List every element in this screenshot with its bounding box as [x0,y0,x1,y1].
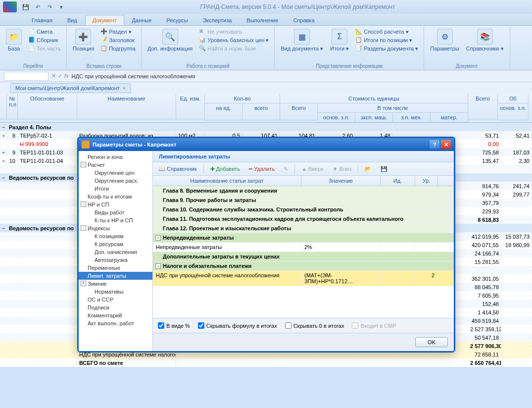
docsections-button[interactable]: 📑Разделы документа ▾ [354,45,420,52]
tree-item[interactable]: Акт выполн. работ [79,319,152,327]
fx-icon[interactable]: fx [64,73,69,79]
position-button[interactable]: ➕Позиция [71,28,97,52]
expand-icon[interactable]: - [155,235,161,241]
tab-view[interactable]: Вид [60,15,84,25]
findnorm-button[interactable]: 🔍Найти в норм. базе [197,45,270,52]
tree-item[interactable]: Регион и зона [79,153,152,161]
expand-icon[interactable] [0,354,7,355]
expand-icon[interactable] [0,236,7,237]
tab-resources[interactable]: Ресурсы [159,15,194,25]
group-row[interactable]: Глава 10. Содержание службы заказчика. С… [153,205,454,214]
tab-document[interactable]: Документ [85,15,124,25]
calcmethod-button[interactable]: 📐Способ расчета ▾ [354,28,420,36]
tree-item[interactable]: К-ты к НР и СП [79,216,152,224]
save-icon[interactable]: 💾 [21,2,31,12]
expand-icon[interactable] [0,320,7,321]
expand-icon[interactable]: − [0,124,7,131]
group-row[interactable]: Глава 12. Проектные и изыскательские раб… [153,224,454,233]
expand-icon[interactable] [0,287,7,288]
expand-icon[interactable] [0,194,7,195]
expand-icon[interactable] [0,362,7,363]
save-button[interactable]: 💾 [378,165,390,173]
expand-icon[interactable] [0,295,7,296]
tab-expertise[interactable]: Экспертиза [196,15,239,25]
tab-main[interactable]: Главная [25,15,59,25]
expand-icon[interactable] [0,219,7,220]
data-row[interactable]: НДС при упрощённой системе налогообложен… [153,271,454,286]
tree-item[interactable]: -НР и СП [79,201,152,208]
tree-item[interactable]: Подписи [79,304,152,311]
group-row[interactable]: Глава 11. Подготовка эксплуатационных ка… [153,214,454,224]
expand-icon[interactable]: + [0,157,7,164]
tree-item[interactable]: Доп. начисления [79,248,152,256]
expand-icon[interactable] [0,245,7,246]
spravochnik-button[interactable]: 📖Справочник [156,165,199,173]
accept-icon[interactable]: ✓ [58,73,62,79]
group-row[interactable]: Дополнительные затраты в текущих ценах [153,252,454,261]
down-button[interactable]: ▼Вниз [330,165,354,173]
expand-icon[interactable] [0,144,7,145]
redo-icon[interactable]: ↷ [45,2,54,12]
breadcrumb-tab[interactable]: Мои сметы\Центр\Жилой дом\Капремонт × [10,83,131,93]
expand-icon[interactable] [0,278,7,279]
expand-icon[interactable]: − [0,225,7,232]
tree-item[interactable]: Переменные [79,264,152,272]
close-button[interactable]: ✕ [441,140,451,149]
group-row[interactable]: -Непредвиденные затраты [153,233,454,243]
group-row[interactable]: Глава 8. Временные здания и сооружения [153,186,454,196]
add-button[interactable]: ✚Добавить [208,165,243,173]
tree-expand-icon[interactable]: - [81,225,86,231]
expand-icon[interactable] [0,312,7,313]
tree-item[interactable]: -Расчет [79,161,152,169]
params-button[interactable]: ⚙Параметры [428,28,461,52]
expand-icon[interactable] [0,261,7,262]
qat-dropdown-icon[interactable]: ▾ [56,2,66,12]
tree-item[interactable]: Нормативы [79,288,152,296]
tree-expand-icon[interactable]: + [81,281,86,286]
expand-icon[interactable] [0,203,7,204]
help-button[interactable]: ? [430,140,439,149]
vide-checkbox[interactable]: В виде % [158,322,190,329]
smr-checkbox[interactable]: Входит в СМР [352,322,396,329]
expand-icon[interactable]: - [155,263,161,269]
group-row[interactable]: Глава 9. Прочие работы и затраты [153,196,454,205]
tab-data[interactable]: Данные [125,15,159,25]
expand-icon[interactable] [0,337,7,338]
app-logo-icon[interactable] [3,1,17,12]
dialog-tree[interactable]: Регион и зона-РасчетОкругление ценОкругл… [79,151,153,351]
refs-button[interactable]: 📚Справочники ▾ [464,28,506,53]
expand-icon[interactable] [0,253,7,254]
table-row[interactable]: ВСЕГО по смете2 650 764,41 [0,358,532,367]
tree-item[interactable]: +Зимние [79,280,152,288]
hidezero-checkbox[interactable]: Скрывать 0 в итогах [285,322,344,329]
exclude-button[interactable]: ✖Не учитывать [197,28,270,36]
expand-icon[interactable]: + [0,149,7,156]
data-row[interactable]: Непредвиденные затраты2% [153,243,454,252]
tree-item[interactable]: К позициям [79,232,152,240]
tree-item[interactable]: Коэф-ты к итогам [79,193,152,201]
tree-item[interactable]: Итоги [79,185,152,193]
formula-text[interactable]: НДС при упрощённой системе налогообложен… [72,73,528,79]
baselevel-button[interactable]: 📊Уровень базисных цен ▾ [197,36,270,44]
tree-expand-icon[interactable]: - [81,202,86,207]
tree-expand-icon[interactable]: - [81,162,86,167]
tree-item[interactable]: К ресурсам [79,240,152,248]
up-button[interactable]: ▲Вверх [299,165,326,173]
undo-icon[interactable]: ↶ [33,2,43,12]
tree-item[interactable]: Лимит. затраты [79,272,152,280]
totals-button[interactable]: ΣИтоги ▾ [328,28,351,53]
postotals-button[interactable]: 📋Итоги по позиции ▾ [354,36,420,44]
expand-icon[interactable] [0,304,7,305]
techpart-button[interactable]: 📄Тех.часть [27,45,62,52]
expand-icon[interactable]: + [0,132,7,139]
tree-item[interactable]: Виды работ [79,208,152,216]
group-row[interactable]: -Налоги и обязательные платежи [153,261,454,271]
expand-icon[interactable] [0,329,7,330]
hideformula-checkbox[interactable]: Скрывать формулу в итогах [198,322,277,329]
tree-item[interactable]: Округление расх. [79,177,152,185]
edit-button[interactable]: ✎ [281,165,290,173]
delete-button[interactable]: ━Удалить [246,165,277,173]
expand-icon[interactable] [0,186,7,187]
dialog-titlebar[interactable]: Параметры сметы - Капремонт ? ✕ [79,138,454,151]
expand-icon[interactable] [0,211,7,212]
